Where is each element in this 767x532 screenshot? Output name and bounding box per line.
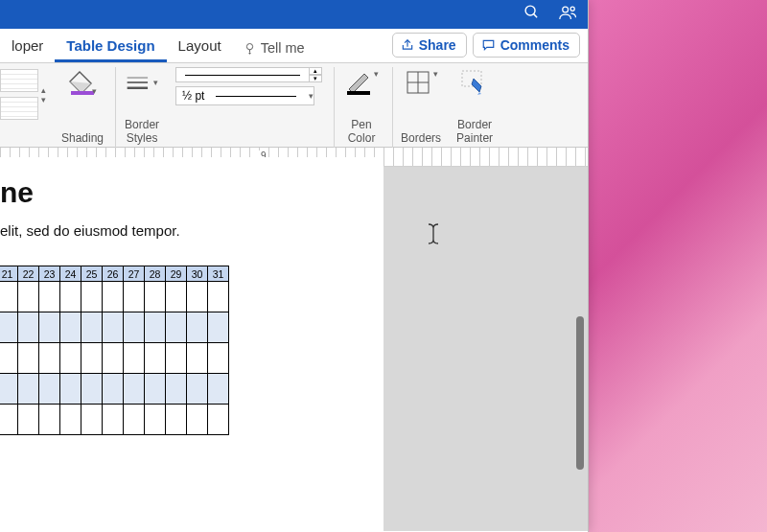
table-cell[interactable] — [166, 282, 187, 312]
table-header-cell[interactable]: 24 — [60, 266, 81, 282]
table-cell[interactable] — [145, 312, 166, 343]
tell-me-search[interactable]: Tell me — [233, 34, 314, 62]
table-cell[interactable] — [0, 343, 18, 374]
table-cell[interactable] — [0, 282, 18, 312]
table-cell[interactable] — [39, 282, 60, 312]
table-cell[interactable] — [103, 312, 124, 343]
table-header-cell[interactable]: 29 — [166, 266, 187, 282]
table-cell[interactable] — [187, 343, 208, 374]
table-cell[interactable] — [39, 312, 60, 343]
table-cell[interactable] — [187, 405, 208, 435]
table-cell[interactable] — [18, 405, 39, 435]
document-table[interactable]: 1819202122232425262728293031 — [0, 266, 229, 435]
table-header-cell[interactable]: 25 — [81, 266, 103, 282]
table-style-preset[interactable] — [0, 97, 38, 120]
table-style-preset[interactable] — [0, 69, 38, 92]
table-cell[interactable] — [18, 374, 39, 405]
table-cell[interactable] — [187, 374, 208, 405]
chevron-up-icon[interactable]: ▴ — [41, 85, 46, 95]
table-cell[interactable] — [18, 343, 39, 374]
table-row[interactable] — [0, 312, 229, 343]
table-cell[interactable] — [187, 312, 208, 343]
tab-developer[interactable]: loper — [0, 31, 55, 62]
table-cell[interactable] — [18, 312, 39, 343]
table-cell[interactable] — [124, 343, 145, 374]
pen-color-button[interactable]: ▾ — [342, 67, 381, 98]
border-styles-button[interactable]: ▾ — [124, 67, 160, 98]
table-cell[interactable] — [60, 312, 81, 343]
table-cell[interactable] — [166, 405, 187, 435]
table-cell[interactable] — [166, 312, 187, 343]
document-page[interactable]: ne elit, sed do eiusmod tempor. 18192021… — [0, 157, 384, 532]
table-row[interactable] — [0, 405, 229, 435]
table-header-cell[interactable]: 23 — [39, 266, 60, 282]
table-cell[interactable] — [208, 343, 229, 374]
table-cell[interactable] — [208, 282, 229, 312]
table-cell[interactable] — [208, 405, 229, 435]
border-line-style-select[interactable] — [175, 67, 310, 82]
table-cell[interactable] — [166, 343, 187, 374]
table-cell[interactable] — [103, 282, 124, 312]
table-cell[interactable] — [18, 282, 39, 312]
table-header-cell[interactable]: 28 — [145, 266, 166, 282]
line-style-spinner[interactable]: ▴▾ — [309, 67, 322, 82]
table-row[interactable] — [0, 282, 229, 312]
table-cell[interactable] — [187, 282, 208, 312]
table-cell[interactable] — [208, 312, 229, 343]
table-cell[interactable] — [145, 374, 166, 405]
tab-layout[interactable]: Layout — [167, 31, 233, 62]
share-button[interactable]: Share — [392, 33, 467, 58]
table-cell[interactable] — [145, 343, 166, 374]
table-cell[interactable] — [39, 374, 60, 405]
table-cell[interactable] — [39, 405, 60, 435]
chevron-down-icon[interactable]: ▾ — [92, 86, 97, 96]
table-cell[interactable] — [0, 405, 18, 435]
table-cell[interactable] — [145, 405, 166, 435]
borders-button[interactable]: ▾ — [402, 67, 440, 98]
chevron-down-icon[interactable]: ▾ — [153, 78, 158, 87]
table-cell[interactable] — [60, 282, 81, 312]
border-painter-button[interactable] — [458, 67, 491, 98]
table-cell[interactable] — [60, 343, 81, 374]
table-cell[interactable] — [103, 405, 124, 435]
table-cell[interactable] — [81, 282, 103, 312]
svg-rect-10 — [347, 91, 370, 95]
comments-button[interactable]: Comments — [473, 33, 580, 58]
document-area[interactable]: ne elit, sed do eiusmod tempor. 18192021… — [0, 167, 588, 531]
table-cell[interactable] — [166, 374, 187, 405]
chevron-down-icon[interactable]: ▾ — [41, 95, 46, 104]
table-cell[interactable] — [81, 405, 103, 435]
table-cell[interactable] — [0, 374, 18, 405]
table-cell[interactable] — [39, 343, 60, 374]
table-cell[interactable] — [81, 312, 103, 343]
table-cell[interactable] — [81, 374, 103, 405]
search-icon[interactable] — [523, 4, 540, 25]
table-cell[interactable] — [124, 405, 145, 435]
table-cell[interactable] — [124, 312, 145, 343]
table-cell[interactable] — [103, 343, 124, 374]
border-weight-select[interactable]: ½ pt ▾ — [175, 86, 314, 105]
table-header-cell[interactable]: 26 — [103, 266, 124, 282]
table-header-cell[interactable]: 21 — [0, 266, 18, 282]
table-cell[interactable] — [208, 374, 229, 405]
table-cell[interactable] — [124, 282, 145, 312]
table-row[interactable] — [0, 374, 229, 405]
chevron-down-icon[interactable]: ▾ — [374, 69, 379, 79]
table-cell[interactable] — [0, 312, 18, 343]
table-header-cell[interactable]: 30 — [187, 266, 208, 282]
table-cell[interactable] — [103, 374, 124, 405]
shading-button[interactable]: ▾ — [66, 67, 99, 98]
table-header-cell[interactable]: 22 — [18, 266, 39, 282]
table-cell[interactable] — [81, 343, 103, 374]
chevron-down-icon[interactable]: ▾ — [433, 69, 438, 79]
table-cell[interactable] — [60, 405, 81, 435]
table-header-cell[interactable]: 27 — [124, 266, 145, 282]
table-header-cell[interactable]: 31 — [208, 266, 229, 282]
table-cell[interactable] — [60, 374, 81, 405]
tab-table-design[interactable]: Table Design — [55, 31, 166, 62]
vertical-scrollbar[interactable] — [576, 316, 584, 470]
table-cell[interactable] — [124, 374, 145, 405]
share-people-icon[interactable] — [559, 4, 578, 25]
table-row[interactable] — [0, 343, 229, 374]
table-cell[interactable] — [145, 282, 166, 312]
